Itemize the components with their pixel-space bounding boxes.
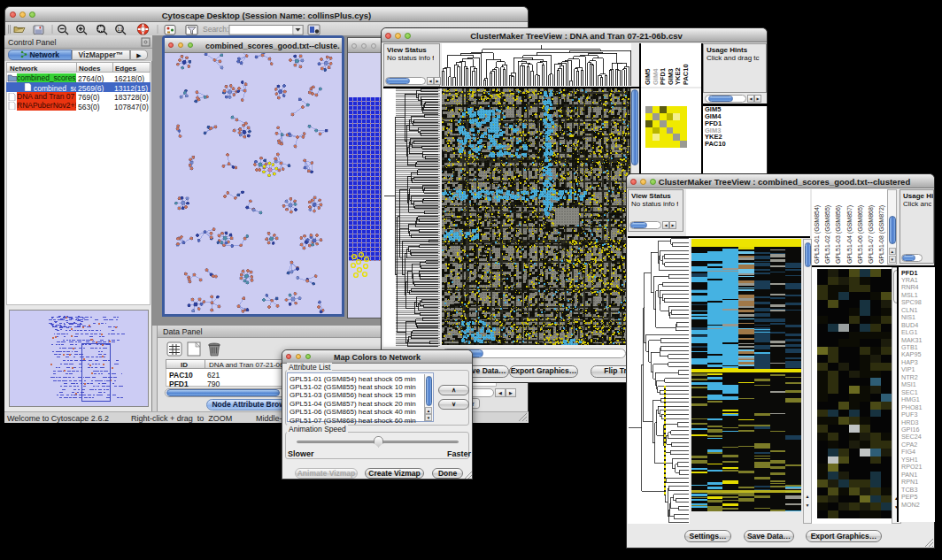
svg-text:1:1: 1:1	[118, 27, 124, 32]
svg-text:Search:: Search:	[203, 25, 228, 34]
